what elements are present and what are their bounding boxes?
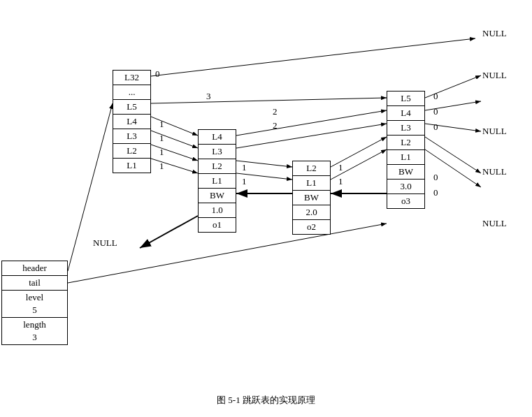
col4-l1: L1	[387, 150, 424, 165]
col4-obj: o3	[387, 194, 424, 208]
svg-line-13	[425, 137, 481, 173]
col4-l3: L3	[387, 121, 424, 136]
edge-0-c4l5: 0	[433, 91, 438, 102]
edge-1-c3l1: 1	[338, 176, 343, 187]
null-4: NULL	[482, 166, 507, 177]
null-top: NULL	[482, 28, 507, 39]
col2-score: 1.0	[199, 203, 236, 218]
edge-0-c4l3: 0	[433, 122, 438, 133]
col4-l4: L4	[387, 106, 424, 121]
col1-l4: L4	[113, 115, 150, 129]
edge-0-top: 0	[155, 68, 160, 80]
col2-l4: L4	[199, 130, 236, 145]
col2-node: L4 L3 L2 L1 BW 1.0 o1	[198, 129, 236, 233]
col1-l3: L3	[113, 129, 150, 144]
col4-l5: L5	[387, 92, 424, 106]
svg-line-5	[236, 110, 387, 136]
diagram: header tail level5 length3 L32 ... L5 L4…	[0, 0, 532, 391]
level-cell: level5	[2, 291, 67, 318]
col4-l2: L2	[387, 136, 424, 150]
col1-l5: L5	[113, 100, 150, 115]
edge-2b: 2	[273, 120, 278, 131]
edge-1-c1l2: 1	[159, 147, 164, 158]
col3-l2: L2	[293, 161, 330, 176]
arrows-svg	[0, 0, 532, 391]
col2-l1: L1	[199, 174, 236, 189]
edge-0-c4l2: 0	[433, 172, 438, 183]
col3-l1: L1	[293, 176, 330, 191]
caption-text: 图 5-1 跳跃表的实现原理	[217, 395, 315, 405]
col1-l2: L2	[113, 144, 150, 159]
col1-dots: ...	[113, 85, 150, 100]
col1-l32: L32	[113, 71, 150, 85]
col2-l3: L3	[199, 145, 236, 159]
col1-node: L32 ... L5 L4 L3 L2 L1	[113, 70, 151, 173]
svg-line-2	[151, 98, 387, 103]
col2-bw: BW	[199, 189, 236, 203]
col3-score: 2.0	[293, 205, 330, 220]
col1-l1: L1	[113, 159, 150, 173]
col2-obj: o1	[199, 218, 236, 232]
null-3: NULL	[482, 126, 507, 137]
svg-line-8	[236, 124, 387, 148]
null-2: NULL	[482, 70, 507, 81]
tail-cell: tail	[2, 276, 67, 291]
edge-0-c4l1: 0	[433, 187, 438, 198]
col3-node: L2 L1 BW 2.0 o2	[292, 161, 331, 235]
col4-score: 3.0	[387, 180, 424, 194]
edge-0-c4l4: 0	[433, 106, 438, 117]
edge-1-c1l3: 1	[159, 133, 164, 144]
svg-line-10	[151, 145, 198, 161]
svg-line-14	[151, 159, 198, 173]
edge-1-c3l2: 1	[338, 162, 343, 173]
col4-bw: BW	[387, 165, 424, 180]
header-node: header tail level5 length3	[1, 261, 68, 345]
header-cell: header	[2, 261, 67, 276]
edge-1-c1l1: 1	[159, 161, 164, 172]
edge-3: 3	[206, 91, 211, 102]
null-5: NULL	[482, 218, 507, 229]
col3-bw: BW	[293, 191, 330, 205]
edge-1-c1l4: 1	[159, 119, 164, 130]
length-cell: length3	[2, 318, 67, 344]
null-bw: NULL	[93, 237, 117, 249]
svg-line-4	[151, 117, 198, 136]
svg-line-7	[151, 131, 198, 148]
edge-1-c2l1: 1	[242, 176, 247, 187]
caption: 图 5-1 跳跃表的实现原理	[0, 391, 532, 407]
svg-line-1	[151, 38, 475, 76]
col2-l2: L2	[199, 159, 236, 174]
svg-line-20	[140, 216, 198, 248]
edge-2a: 2	[273, 106, 278, 117]
col4-node: L5 L4 L3 L2 L1 BW 3.0 o3	[387, 91, 425, 209]
edge-1-c2l2: 1	[242, 162, 247, 173]
col3-obj: o2	[293, 220, 330, 234]
